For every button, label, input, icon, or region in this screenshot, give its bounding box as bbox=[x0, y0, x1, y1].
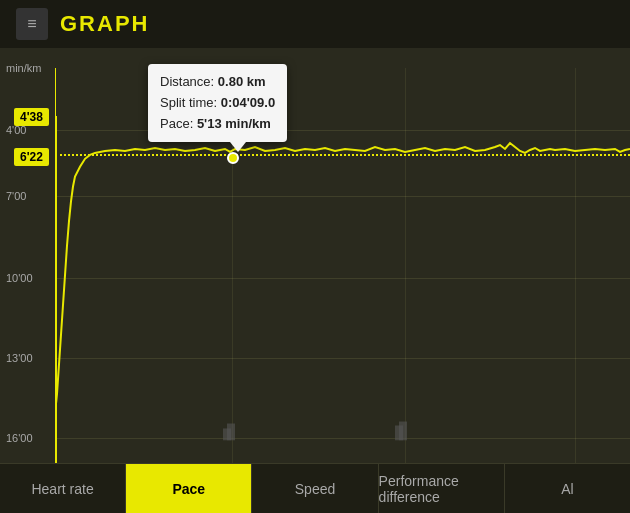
pace-chart-svg bbox=[55, 68, 630, 463]
y-label-1300: 13'00 bbox=[6, 352, 33, 364]
tooltip-distance: Distance: 0.80 km bbox=[160, 72, 275, 93]
y-axis-label: min/km bbox=[6, 62, 41, 74]
avg-badge: 6'22 bbox=[14, 148, 49, 166]
tab-pace[interactable]: Pace bbox=[126, 464, 252, 513]
tooltip-pace: Pace: 5'13 min/km bbox=[160, 114, 275, 135]
data-point-dot bbox=[227, 152, 239, 164]
y-label-700: 7'00 bbox=[6, 190, 26, 202]
tab-performance-diff[interactable]: Performance difference bbox=[379, 464, 505, 513]
svg-rect-2 bbox=[227, 424, 235, 441]
tooltip-pace-label: Pace: bbox=[160, 116, 193, 131]
y-label-1600: 16'00 bbox=[6, 432, 33, 444]
page-title: GRAPH bbox=[60, 11, 149, 37]
tooltip: Distance: 0.80 km Split time: 0:04'09.0 … bbox=[148, 64, 287, 142]
tooltip-pace-value: 5'13 min/km bbox=[197, 116, 271, 131]
y-label-1000: 10'00 bbox=[6, 272, 33, 284]
tooltip-distance-value: 0.80 km bbox=[218, 74, 266, 89]
header: ≡ GRAPH bbox=[0, 0, 630, 48]
tab-speed[interactable]: Speed bbox=[252, 464, 378, 513]
tooltip-split: Split time: 0:04'09.0 bbox=[160, 93, 275, 114]
tooltip-split-label: Split time: bbox=[160, 95, 217, 110]
pace-badge: 4'38 bbox=[14, 108, 49, 126]
svg-rect-4 bbox=[399, 422, 407, 441]
tooltip-distance-label: Distance: bbox=[160, 74, 214, 89]
tab-heart-rate[interactable]: Heart rate bbox=[0, 464, 126, 513]
graph-container: min/km 4'00 7'00 10'00 13'00 16'00 0.0 0… bbox=[0, 48, 630, 498]
tab-alt[interactable]: Al bbox=[505, 464, 630, 513]
tooltip-split-value: 0:04'09.0 bbox=[221, 95, 275, 110]
tab-bar: Heart rate Pace Speed Performance differ… bbox=[0, 463, 630, 513]
